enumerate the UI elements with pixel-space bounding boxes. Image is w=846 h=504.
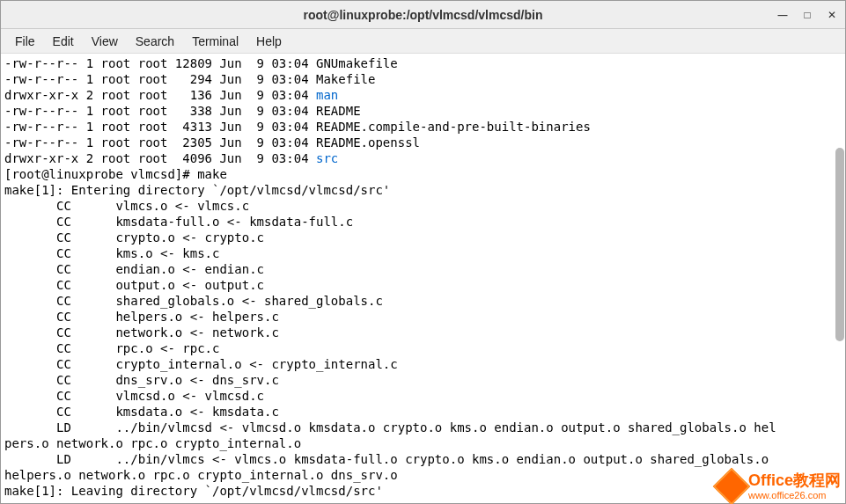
term-line: CC network.o <- network.c (4, 325, 279, 340)
menu-terminal[interactable]: Terminal (183, 31, 247, 52)
menu-search[interactable]: Search (127, 31, 183, 52)
maximize-button[interactable] (801, 9, 813, 21)
term-line: helpers.o network.o rpc.o crypto_interna… (4, 468, 398, 482)
term-line: -rw-r--r-- 1 root root 338 Jun 9 03:04 R… (4, 104, 361, 118)
menu-view[interactable]: View (83, 31, 127, 52)
term-line: CC crypto_internal.o <- crypto_internal.… (4, 357, 398, 371)
term-line: -rw-r--r-- 1 root root 12809 Jun 9 03:04… (4, 56, 398, 70)
terminal-window: root@linuxprobe:/opt/vlmcsd/vlmcsd/bin F… (0, 0, 846, 504)
term-line: CC vlmcs.o <- vlmcs.c (4, 199, 249, 213)
term-line: pers.o network.o rpc.o crypto_internal.o (4, 436, 301, 450)
term-line: CC kms.o <- kms.c (4, 246, 219, 260)
menu-help[interactable]: Help (247, 31, 291, 52)
term-line: drwxr-xr-x 2 root root 4096 Jun 9 03:04 (4, 151, 316, 165)
term-line: CC kmsdata-full.o <- kmsdata-full.c (4, 215, 353, 229)
term-line: [root@linuxprobe vlmcsd]# make (4, 167, 227, 181)
term-line: -rw-r--r-- 1 root root 2305 Jun 9 03:04 … (4, 135, 420, 150)
term-line: drwxr-xr-x 2 root root 136 Jun 9 03:04 (4, 88, 316, 102)
term-line: CC dns_srv.o <- dns_srv.c (4, 373, 279, 387)
menu-edit[interactable]: Edit (44, 31, 83, 52)
terminal-output[interactable]: -rw-r--r-- 1 root root 12809 Jun 9 03:04… (1, 54, 845, 503)
term-line: make[1]: Leaving directory `/opt/vlmcsd/… (4, 484, 383, 498)
window-title: root@linuxprobe:/opt/vlmcsd/vlmcsd/bin (304, 8, 543, 22)
term-line: LD ../bin/vlmcs <- vlmcs.o kmsdata-full.… (4, 452, 776, 466)
scrollbar[interactable] (835, 56, 844, 497)
term-line: CC vlmcsd.o <- vlmcsd.c (4, 389, 264, 403)
term-line: CC crypto.o <- crypto.c (4, 230, 264, 245)
term-line: CC kmsdata.o <- kmsdata.c (4, 405, 279, 419)
term-line: CC helpers.o <- helpers.c (4, 310, 279, 324)
scrollbar-thumb[interactable] (835, 148, 844, 341)
window-controls (776, 1, 838, 28)
close-button[interactable] (826, 9, 838, 21)
term-line: make[1]: Entering directory `/opt/vlmcsd… (4, 183, 390, 197)
titlebar: root@linuxprobe:/opt/vlmcsd/vlmcsd/bin (1, 1, 845, 29)
menubar: File Edit View Search Terminal Help (1, 29, 845, 54)
term-line: -rw-r--r-- 1 root root 294 Jun 9 03:04 M… (4, 72, 375, 86)
dir-man: man (316, 88, 338, 102)
minimize-button[interactable] (776, 9, 789, 21)
term-line: CC output.o <- output.c (4, 278, 264, 292)
term-line: CC shared_globals.o <- shared_globals.c (4, 294, 383, 308)
term-line: LD ../bin/vlmcsd <- vlmcsd.o kmsdata.o c… (4, 420, 776, 435)
term-line: CC endian.o <- endian.c (4, 262, 264, 276)
term-line: -rw-r--r-- 1 root root 4313 Jun 9 03:04 … (4, 120, 591, 134)
dir-src: src (316, 151, 338, 165)
term-line: CC rpc.o <- rpc.c (4, 341, 219, 355)
menu-file[interactable]: File (6, 31, 44, 52)
